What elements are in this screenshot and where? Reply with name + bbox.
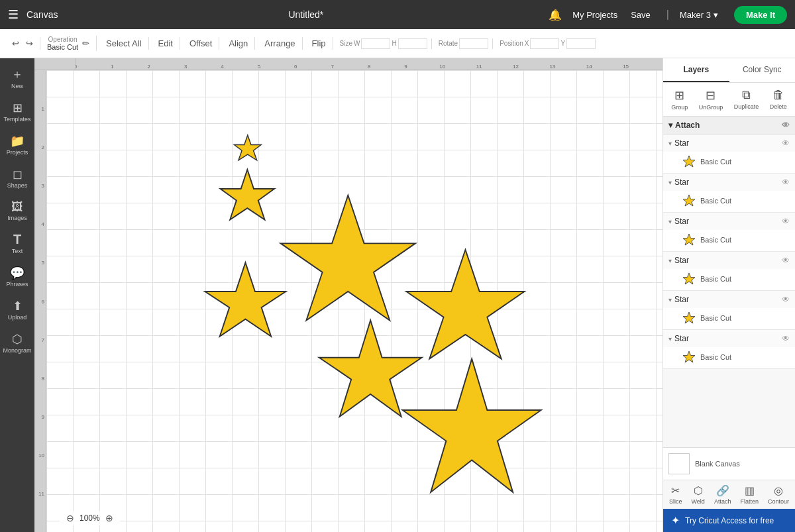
canvas-body: 1234567891011 <box>34 70 662 532</box>
sidebar-item-text[interactable]: T Text <box>0 227 34 260</box>
eye-icon-0[interactable]: 👁 <box>782 138 790 148</box>
bell-icon[interactable]: 🔔 <box>549 9 562 21</box>
sidebar-label-upload: Upload <box>8 315 27 321</box>
layer-name-3: Star <box>674 256 689 265</box>
blank-canvas-label: Blank Canvas <box>695 460 740 468</box>
contour-button[interactable]: ◎ Contour <box>768 484 789 505</box>
make-it-button[interactable]: Make It <box>734 6 787 24</box>
sidebar-item-new[interactable]: ＋ New <box>0 61 34 95</box>
ungroup-button[interactable]: ⊟ UnGroup <box>699 88 723 111</box>
ruler-row: 0123456789101112131415 <box>34 58 662 70</box>
layer-name-5: Star <box>674 334 689 343</box>
eye-icon-4[interactable]: 👁 <box>782 295 790 304</box>
layer-header-4[interactable]: ▾ Star 👁 <box>663 291 795 308</box>
slice-label: Slice <box>669 498 682 505</box>
layer-name-2: Star <box>674 217 689 226</box>
my-projects-link[interactable]: My Projects <box>572 10 617 20</box>
layer-header-0[interactable]: ▾ Star 👁 <box>663 134 795 152</box>
layer-sub-2: Basic Cut <box>663 230 795 251</box>
tab-layers[interactable]: Layers <box>663 58 729 82</box>
weld-label: Weld <box>692 498 705 505</box>
topbar: ☰ Canvas Untitled* 🔔 My Projects Save | … <box>0 0 795 29</box>
group-button[interactable]: ⊞ Group <box>671 88 688 111</box>
star-large-center[interactable] <box>281 195 415 321</box>
layer-sub-label-0: Basic Cut <box>700 158 731 166</box>
sidebar-item-monogram[interactable]: ⬡ Monogram <box>0 327 34 360</box>
star-large-right[interactable] <box>406 250 524 359</box>
sidebar-item-upload[interactable]: ⬆ Upload <box>0 293 34 327</box>
star-tiny[interactable] <box>234 135 261 160</box>
sidebar-label-templates: Templates <box>3 117 30 123</box>
edit-button[interactable]: Edit <box>156 37 176 50</box>
star-large-bottom-right[interactable] <box>403 359 541 492</box>
attach-eye-icon[interactable]: 👁 <box>782 121 790 130</box>
expand-icon-1: ▾ <box>668 179 672 186</box>
align-button[interactable]: Align <box>226 37 250 50</box>
menu-icon[interactable]: ☰ <box>8 7 19 22</box>
eye-icon-5[interactable]: 👁 <box>782 334 790 343</box>
eye-icon-3[interactable]: 👁 <box>782 256 790 265</box>
layer-name-4: Star <box>674 295 689 304</box>
layer-header-3[interactable]: ▾ Star 👁 <box>663 252 795 269</box>
sidebar-item-templates[interactable]: ⊞ Templates <box>0 95 34 129</box>
flip-button[interactable]: Flip <box>309 37 329 50</box>
attach-label-btn: Attach <box>714 498 731 505</box>
app-name: Canvas <box>26 9 58 20</box>
flatten-button[interactable]: ▥ Flatten <box>740 484 759 505</box>
layer-star-svg-1 <box>682 193 696 208</box>
sidebar-label-text: Text <box>12 248 23 255</box>
star-small-top[interactable] <box>221 170 274 220</box>
y-input[interactable] <box>566 38 596 49</box>
layer-header-1[interactable]: ▾ Star 👁 <box>663 174 795 191</box>
machine-selector[interactable]: Maker 3 ▾ <box>680 10 718 20</box>
layer-star-svg-5 <box>682 350 696 364</box>
weld-button[interactable]: ⬡ Weld <box>692 484 705 505</box>
zoom-level: 100% <box>80 513 100 523</box>
attach-chevron: ▾ <box>668 121 672 130</box>
select-all-group: Select All <box>99 37 148 50</box>
layer-header-2[interactable]: ▾ Star 👁 <box>663 213 795 230</box>
expand-icon-4: ▾ <box>668 296 672 303</box>
duplicate-button[interactable]: ⧉ Duplicate <box>734 88 759 111</box>
slice-button[interactable]: ✂ Slice <box>669 484 682 505</box>
svg-marker-1 <box>683 195 695 206</box>
sidebar-item-images[interactable]: 🖼 Images <box>0 195 34 227</box>
redo-button[interactable]: ↪ <box>23 37 36 50</box>
star-medium-left[interactable] <box>205 262 286 336</box>
arrange-button[interactable]: Arrange <box>262 37 297 50</box>
layer-header-5[interactable]: ▾ Star 👁 <box>663 330 795 347</box>
operation-value[interactable]: Basic Cut <box>47 43 78 51</box>
list-item: ▾ Star 👁 Basic Cut <box>663 252 795 291</box>
width-input[interactable] <box>361 38 390 49</box>
undo-button[interactable]: ↩ <box>9 37 22 50</box>
operation-group: Operation Basic Cut ✏ <box>43 36 97 51</box>
select-all-button[interactable]: Select All <box>103 37 144 50</box>
w-label: W <box>354 40 360 47</box>
zoom-out-button[interactable]: ⊖ <box>65 513 76 523</box>
offset-button[interactable]: Offset <box>187 37 215 50</box>
blank-canvas-preview <box>668 453 690 474</box>
list-item: ▾ Star 👁 Basic Cut <box>663 330 795 369</box>
zoom-in-button[interactable]: ⊕ <box>104 513 115 523</box>
eye-icon-1[interactable]: 👁 <box>782 178 790 187</box>
cricut-banner-label: Try Cricut Access for free <box>685 516 774 525</box>
sidebar-item-shapes[interactable]: ◻ Shapes <box>0 162 34 195</box>
x-input[interactable] <box>530 38 559 49</box>
rotate-input[interactable] <box>459 38 488 49</box>
tab-color-sync[interactable]: Color Sync <box>729 58 796 82</box>
cricut-banner[interactable]: ✦ Try Cricut Access for free <box>663 509 795 532</box>
sidebar-label-shapes: Shapes <box>7 183 28 189</box>
height-input[interactable] <box>398 38 427 49</box>
save-button[interactable]: Save <box>631 10 651 20</box>
group-label: Group <box>671 104 688 111</box>
sidebar-item-phrases[interactable]: 💬 Phrases <box>0 260 34 293</box>
eye-icon-2[interactable]: 👁 <box>782 217 790 226</box>
list-item: ▾ Star 👁 Basic Cut <box>663 213 795 252</box>
attach-button[interactable]: 🔗 Attach <box>714 484 731 505</box>
canvas-grid[interactable]: ⊖ 100% ⊕ <box>46 70 662 532</box>
operation-edit-icon[interactable]: ✏ <box>80 37 92 50</box>
layer-sub-3: Basic Cut <box>663 269 795 290</box>
delete-button[interactable]: 🗑 Delete <box>770 88 787 111</box>
sidebar-item-projects[interactable]: 📁 Projects <box>0 129 34 162</box>
star-medium-bottom[interactable] <box>319 321 422 417</box>
